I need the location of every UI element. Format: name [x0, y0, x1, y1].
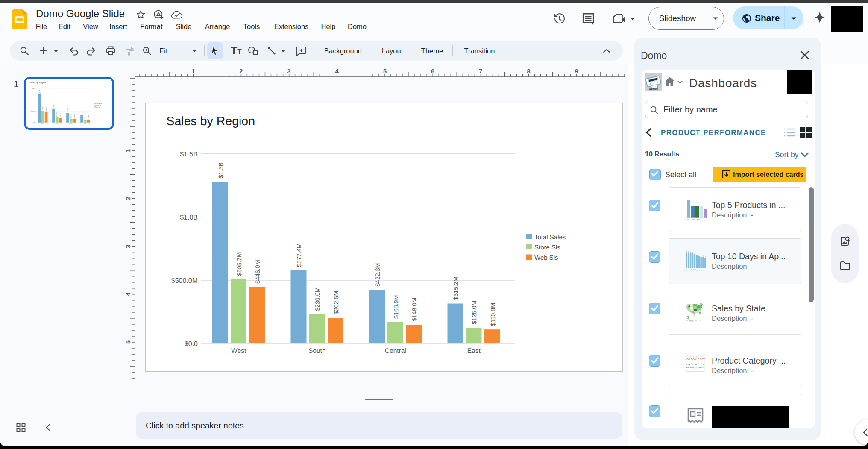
svg-text:$1.5B: $1.5B	[180, 151, 198, 158]
svg-text:$148.0M: $148.0M	[411, 298, 418, 321]
svg-text:9: 9	[575, 68, 578, 75]
svg-text:3: 3	[125, 245, 132, 248]
svg-text:8: 8	[527, 68, 531, 75]
svg-text:South: South	[308, 347, 326, 355]
svg-text:$0.0: $0.0	[185, 340, 198, 348]
svg-text:Sales by Region: Sales by Region	[167, 114, 255, 128]
svg-text:$1.3B: $1.3B	[218, 162, 225, 178]
svg-text:Total Sales: Total Sales	[534, 234, 566, 241]
svg-text:Web Sls: Web Sls	[534, 254, 558, 261]
svg-text:4: 4	[335, 68, 339, 75]
svg-text:5: 5	[383, 68, 387, 75]
svg-text:demo: demo	[649, 86, 658, 91]
svg-text:2: 2	[125, 197, 132, 200]
svg-text:5: 5	[125, 340, 132, 344]
svg-text:3: 3	[287, 68, 291, 75]
svg-text:$446.0M: $446.0M	[255, 260, 261, 283]
svg-text:$1.0B: $1.0B	[180, 214, 198, 221]
svg-text:$202.5M: $202.5M	[333, 291, 340, 314]
svg-text:East: East	[467, 347, 481, 355]
svg-text:West: West	[231, 347, 246, 355]
svg-text:1: 1	[191, 68, 195, 75]
svg-text:Central: Central	[385, 347, 406, 355]
svg-text:$315.2M: $315.2M	[453, 276, 460, 300]
svg-text:$500.0M: $500.0M	[171, 277, 198, 285]
svg-text:1: 1	[125, 149, 132, 152]
svg-text:$422.3M: $422.3M	[375, 263, 381, 287]
svg-text:$125.0M: $125.0M	[471, 301, 478, 324]
svg-text:Store Sls: Store Sls	[534, 244, 560, 251]
svg-text:$505.7M: $505.7M	[236, 252, 243, 276]
svg-text:6: 6	[431, 68, 434, 75]
svg-text:$577.4M: $577.4M	[296, 244, 303, 267]
svg-text:7: 7	[479, 68, 482, 75]
svg-text:$168.9M: $168.9M	[393, 295, 400, 319]
svg-text:$110.8M: $110.8M	[490, 303, 497, 326]
svg-text:4: 4	[125, 293, 132, 296]
svg-text:$230.0M: $230.0M	[314, 288, 321, 311]
svg-text:2: 2	[239, 68, 243, 75]
